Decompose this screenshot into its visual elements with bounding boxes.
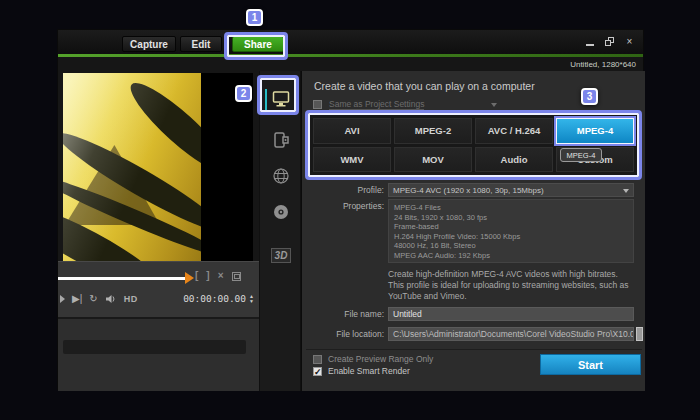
timeline-panel <box>58 317 259 391</box>
enlarge-button[interactable] <box>232 272 241 281</box>
restore-icon <box>605 37 614 46</box>
enable-smart-render-row: ✓ Enable Smart Render <box>313 366 410 376</box>
properties-line: H.264 High Profile Video: 15000 Kbps <box>394 232 628 242</box>
repeat-button[interactable]: ↻ <box>89 294 97 304</box>
share-panel: Create a video that you can play on a co… <box>301 71 645 391</box>
file-name-input[interactable]: Untitled <box>388 307 634 321</box>
speaker-icon <box>105 294 117 304</box>
spinner-down-icon: ▼ <box>249 299 254 304</box>
active-indicator <box>265 89 267 111</box>
file-name-label: File name: <box>302 309 384 319</box>
same-as-project-row: Same as Project Settings <box>313 99 497 110</box>
category-device[interactable] <box>260 126 302 154</box>
play-icon[interactable] <box>60 295 65 303</box>
same-as-project-label: Same as Project Settings <box>329 99 424 110</box>
properties-line: 48000 Hz, 16 Bit, Stereo <box>394 241 628 251</box>
close-icon: × <box>627 36 633 47</box>
volume-button[interactable] <box>105 294 117 304</box>
format-button-avi[interactable]: AVI <box>313 118 391 144</box>
properties-line: Frame-based <box>394 222 628 232</box>
video-frame <box>63 73 201 261</box>
format-button-mpeg-2[interactable]: MPEG-2 <box>394 118 472 144</box>
video-preview <box>63 73 253 261</box>
enable-smart-render-label: Enable Smart Render <box>328 366 410 376</box>
preview-column: [ ] × ▶| ↻ HD 00:00:00.00 <box>58 71 259 391</box>
same-as-project-checkbox[interactable] <box>313 100 322 109</box>
format-button-mpeg-4[interactable]: MPEG-4 <box>556 118 634 144</box>
browse-button[interactable] <box>636 327 643 341</box>
title-bar: Capture Edit Share × <box>58 30 643 54</box>
restore-button[interactable] <box>604 36 615 47</box>
category-web[interactable] <box>260 162 302 190</box>
mobile-device-icon <box>271 131 291 149</box>
profile-label: Profile: <box>302 185 384 195</box>
hd-toggle[interactable]: HD <box>124 294 138 304</box>
format-button-avc-h264[interactable]: AVC / H.264 <box>475 118 553 144</box>
seek-bar[interactable] <box>58 277 188 280</box>
create-preview-range-label: Create Preview Range Only <box>328 354 433 364</box>
properties-line: MPEG AAC Audio: 192 Kbps <box>394 251 628 261</box>
profile-value: MPEG-4 AVC (1920 x 1080, 30p, 15Mbps) <box>393 186 544 195</box>
cut-button[interactable]: × <box>218 270 224 281</box>
next-frame-button[interactable]: ▶| <box>72 294 82 304</box>
dropdown-caret-icon <box>623 189 629 193</box>
timecode-value[interactable]: 00:00:00.00 <box>183 293 246 304</box>
tab-share[interactable]: Share <box>232 36 284 52</box>
seek-marker[interactable] <box>185 272 194 284</box>
share-category-rail: 3D <box>259 71 301 391</box>
properties-box: MPEG-4 Files 24 Bits, 1920 x 1080, 30 fp… <box>388 199 634 263</box>
timecode-spinner[interactable]: ▲ ▼ <box>249 294 254 304</box>
computer-icon <box>271 90 291 108</box>
properties-line: MPEG-4 Files <box>394 203 628 213</box>
category-computer[interactable] <box>260 85 302 113</box>
status-bar: Untitled, 1280*640 <box>58 57 643 71</box>
properties-label: Properties: <box>302 201 384 211</box>
web-globe-icon <box>272 167 290 185</box>
file-location-input[interactable]: C:\Users\Administrator\Documents\Corel V… <box>388 327 634 341</box>
trim-marks: [ ] × <box>195 270 241 281</box>
format-tooltip: MPEG-4 <box>560 148 602 162</box>
step-badge-2: 2 <box>235 85 252 102</box>
profile-description: Create high-definition MPEG-4 AVC videos… <box>388 269 636 302</box>
mark-out-button[interactable]: ] <box>206 270 209 281</box>
format-button-audio[interactable]: Audio <box>475 147 553 173</box>
properties-line: 24 Bits, 1920 x 1080, 30 fps <box>394 213 628 223</box>
app-window: Capture Edit Share × Untitled, 1280*640 <box>57 29 644 390</box>
timecode-control: 00:00:00.00 ▲ ▼ <box>183 293 254 304</box>
tab-capture[interactable]: Capture <box>122 36 176 52</box>
file-location-label: File location: <box>302 329 384 339</box>
tab-edit[interactable]: Edit <box>180 36 222 52</box>
create-preview-range-checkbox[interactable] <box>313 355 322 364</box>
transport-buttons: ▶| ↻ HD <box>58 294 138 304</box>
category-disc[interactable] <box>260 198 302 226</box>
step-badge-1: 1 <box>246 9 263 26</box>
category-3d[interactable]: 3D <box>260 241 302 269</box>
create-preview-range-row: Create Preview Range Only <box>313 354 433 364</box>
playback-controls: [ ] × ▶| ↻ HD 00:00:00.00 <box>58 261 259 317</box>
minimize-icon <box>586 44 594 46</box>
chevron-down-icon <box>491 103 497 107</box>
start-button[interactable]: Start <box>540 354 641 375</box>
step-badge-3: 3 <box>581 88 598 105</box>
disc-icon <box>272 203 290 221</box>
mark-in-button[interactable]: [ <box>195 270 198 281</box>
format-button-mov[interactable]: MOV <box>394 147 472 173</box>
minimize-button[interactable] <box>584 36 595 47</box>
timeline-track[interactable] <box>63 340 246 354</box>
format-button-wmv[interactable]: WMV <box>313 147 391 173</box>
enable-smart-render-checkbox[interactable]: ✓ <box>313 367 322 376</box>
project-status-text: Untitled, 1280*640 <box>570 60 636 69</box>
panel-title: Create a video that you can play on a co… <box>314 80 535 92</box>
format-grid: AVI MPEG-2 AVC / H.264 MPEG-4 WMV MOV Au… <box>308 113 639 177</box>
divider <box>306 349 642 350</box>
window-controls: × <box>584 36 635 47</box>
close-button[interactable]: × <box>624 36 635 47</box>
profile-select[interactable]: MPEG-4 AVC (1920 x 1080, 30p, 15Mbps) <box>388 183 634 197</box>
3d-movie-icon: 3D <box>271 248 292 263</box>
